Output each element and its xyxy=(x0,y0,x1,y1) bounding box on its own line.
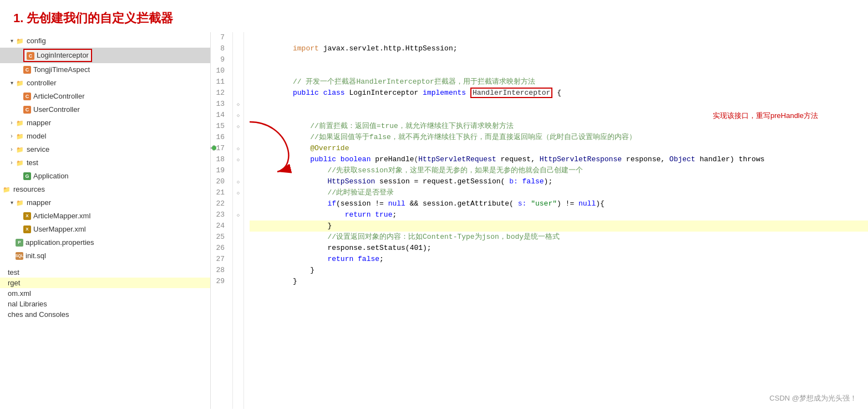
sidebar-item-login-interceptor[interactable]: CLoginInterceptor xyxy=(0,48,210,63)
line-num-24: 24 xyxy=(211,221,228,232)
line-num-18: 18 xyxy=(211,154,228,165)
folder-icon: 📁 xyxy=(16,132,24,141)
line-num-8: 8 xyxy=(211,43,228,54)
line-num-17: ●@ 17 xyxy=(211,143,228,154)
java-c-icon: C xyxy=(23,66,31,74)
chevron-down-icon: ▾ xyxy=(8,197,16,208)
line-num-19: 19 xyxy=(211,165,228,176)
folder-icon: 📁 xyxy=(16,119,24,127)
sidebar-bottom-om-xml[interactable]: om.xml xyxy=(0,288,210,299)
xml-icon: X xyxy=(23,212,31,220)
folder-icon: 📁 xyxy=(16,145,24,154)
sidebar-item-app-props[interactable]: P application.properties xyxy=(0,236,210,249)
line-num-7: 7 xyxy=(211,32,228,43)
chevron-right-icon: › xyxy=(8,157,16,168)
folder-icon: 📁 xyxy=(2,185,11,194)
sidebar-bottom-nal-libraries[interactable]: nal Libraries xyxy=(0,299,210,309)
sidebar-item-tongji[interactable]: C TongjiTimeAspect xyxy=(0,63,210,76)
sidebar-item-label: test xyxy=(27,157,38,168)
sidebar-item-label: service xyxy=(27,144,49,155)
code-line-24: //设置返回对象的内容：比如Content-Type为json，body是统一格… xyxy=(250,221,868,232)
line-num-21: 21 xyxy=(211,187,228,198)
sidebar-item-label: init.sql xyxy=(26,250,46,262)
line-num-22: 22 xyxy=(211,198,228,209)
sidebar-item-label: resources xyxy=(13,184,45,195)
code-line-28: } xyxy=(250,265,868,276)
sidebar-item-label: model xyxy=(27,131,46,142)
folder-icon: 📁 xyxy=(16,198,24,207)
sidebar-item-user-mapper-xml[interactable]: X UserMapper.xml xyxy=(0,223,210,236)
line-numbers: 7 8 9 10 11 12 13 14 15 16 ●@ 17 18 19 2… xyxy=(211,32,233,409)
code-content: import javax.servlet.http.HttpSession; /… xyxy=(244,32,868,409)
line-num-13: 13 xyxy=(211,99,228,110)
sidebar-item-article-mapper-xml[interactable]: X ArticleMapper.xml xyxy=(0,209,210,223)
folder-icon: 📁 xyxy=(16,37,24,45)
file-tree: ▾ 📁 config CLoginInterceptor C TongjiTim… xyxy=(0,32,211,409)
sidebar-bottom-ches-consoles[interactable]: ches and Consoles xyxy=(0,309,210,320)
line-num-12: 12 xyxy=(211,88,228,99)
sidebar-item-init-sql[interactable]: SQL init.sql xyxy=(0,249,210,263)
line-num-27: 27 xyxy=(211,254,228,265)
sidebar-item-label: TongjiTimeAspect xyxy=(33,64,90,75)
sidebar-item-article-controller[interactable]: C ArticleController xyxy=(0,90,210,103)
line-num-15: 15 xyxy=(211,121,228,132)
sidebar-item-mapper2[interactable]: ▾ 📁 mapper xyxy=(0,196,210,209)
code-line-9 xyxy=(250,54,868,65)
java-c-icon: C xyxy=(27,52,34,60)
line-num-11: 11 xyxy=(211,76,228,88)
line-num-29: 29 xyxy=(211,276,228,287)
sidebar-item-application[interactable]: G Application xyxy=(0,170,210,183)
sidebar-item-model[interactable]: › 📁 model xyxy=(0,130,210,143)
sidebar-item-label: application.properties xyxy=(26,237,94,248)
java-g-icon: G xyxy=(23,172,31,180)
sidebar-item-controller[interactable]: ▾ 📁 controller xyxy=(0,76,210,90)
annotation-text: 实现该接口，重写preHandle方法 xyxy=(713,111,818,121)
sidebar-item-mapper[interactable]: › 📁 mapper xyxy=(0,116,210,130)
chevron-right-icon: › xyxy=(8,131,16,142)
sidebar-item-label: controller xyxy=(27,78,56,89)
xml-icon: X xyxy=(23,226,31,233)
code-line-7: import javax.servlet.http.HttpSession; xyxy=(250,32,868,43)
sidebar-item-config[interactable]: ▾ 📁 config xyxy=(0,34,210,48)
sidebar-item-label: ArticleMapper.xml xyxy=(33,211,90,222)
line-num-23: 23 xyxy=(211,209,228,221)
folder-icon: 📁 xyxy=(16,158,24,167)
code-editor: 实现该接口，重写preHandle方法 7 8 9 10 11 12 13 14 xyxy=(211,32,868,409)
line-num-9: 9 xyxy=(211,54,228,65)
folder-icon: 📁 xyxy=(16,79,24,88)
line-num-16: 16 xyxy=(211,132,228,143)
sidebar-item-resources[interactable]: 📁 resources xyxy=(0,183,210,196)
chevron-right-icon: › xyxy=(8,144,16,155)
code-line-13 xyxy=(250,99,868,110)
page-title: 1. 先创建我们的自定义拦截器 xyxy=(0,0,868,32)
code-line-10: // 开发一个拦截器HandlerInterceptor拦截器，用于拦截请求映射… xyxy=(250,65,868,76)
code-line-29 xyxy=(250,276,868,287)
chevron-down-icon: ▾ xyxy=(8,78,16,89)
chevron-right-icon: › xyxy=(8,117,16,129)
sidebar-bottom: test rget om.xml nal Libraries ches and … xyxy=(0,263,210,320)
code-area: 7 8 9 10 11 12 13 14 15 16 ●@ 17 18 19 2… xyxy=(211,32,868,409)
sidebar-item-test[interactable]: › 📁 test xyxy=(0,156,210,170)
sidebar-item-label: LoginInterceptor xyxy=(37,51,89,59)
line-num-28: 28 xyxy=(211,265,228,276)
java-c-icon: C xyxy=(23,106,31,114)
sidebar-item-label: UserController xyxy=(33,104,80,115)
sidebar-item-label: mapper xyxy=(27,117,51,129)
sidebar-item-label: config xyxy=(27,35,46,47)
line-num-14: 14 xyxy=(211,110,228,121)
line-num-10: 10 xyxy=(211,65,228,76)
sidebar-item-service[interactable]: › 📁 service xyxy=(0,143,210,156)
sidebar-item-label: Application xyxy=(33,171,69,182)
sidebar-item-user-controller[interactable]: C UserController xyxy=(0,103,210,116)
sidebar-bottom-rget[interactable]: rget xyxy=(0,278,210,288)
sql-icon: SQL xyxy=(16,252,23,260)
chevron-down-icon: ▾ xyxy=(8,35,16,47)
sidebar-item-label: UserMapper.xml xyxy=(33,224,86,235)
sidebar-item-label: ArticleController xyxy=(33,91,84,102)
line-num-25: 25 xyxy=(211,232,228,243)
line-num-20: 20 xyxy=(211,176,228,187)
line-num-26: 26 xyxy=(211,243,228,254)
sidebar-bottom-test[interactable]: test xyxy=(0,267,210,278)
props-icon: P xyxy=(16,239,23,247)
gutter: ◇ ◇ ◇ ◇ ◇ ◇ ◇ ◇ xyxy=(233,32,244,409)
